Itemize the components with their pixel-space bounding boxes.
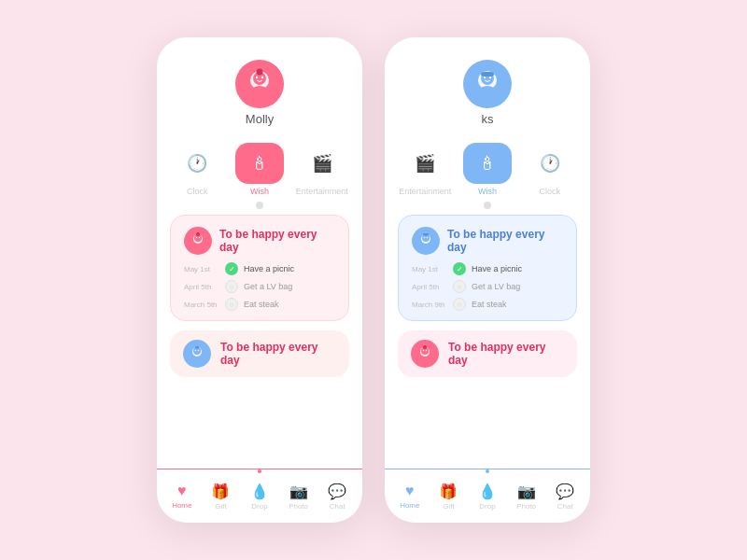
wish-item-3-ks: March 9th ○ Eat steak xyxy=(412,298,563,311)
clock-icon-ks: 🕐 xyxy=(540,153,560,174)
svg-point-9 xyxy=(196,237,197,238)
nav-dot-molly xyxy=(258,469,261,473)
main-wish-card-molly[interactable]: To be happy every day May 1st ✓ Have a p… xyxy=(170,215,349,321)
wish-text-3-ks: Eat steak xyxy=(472,300,507,309)
svg-point-21 xyxy=(484,77,486,78)
category-tabs-ks: 🎬 Entertainment 🕯 Wish 🕐 Clock xyxy=(385,143,590,202)
svg-point-4 xyxy=(261,77,263,78)
phone-ks-inner: ks 🎬 Entertainment 🕯 Wish xyxy=(385,37,590,523)
nav-photo-ks[interactable]: 📷 Photo xyxy=(507,483,546,511)
wish-card-title-molly: To be happy every day xyxy=(219,228,335,254)
wish-item-2-molly: April 5th ○ Get a LV bag xyxy=(184,280,335,293)
wish-item-1-ks: May 1st ✓ Have a picnic xyxy=(412,262,563,275)
nav-home-ks[interactable]: ♥ Home xyxy=(390,483,430,510)
wish-card-title-ks: To be happy every day xyxy=(447,228,563,254)
nav-drop-ks[interactable]: 💧 Drop xyxy=(468,483,507,511)
cat-entertainment-label-ks: Entertainment xyxy=(399,187,451,196)
wish-text-2: Get a LV bag xyxy=(244,282,292,291)
svg-rect-17 xyxy=(195,346,199,349)
mini-card-molly[interactable]: To be happy every day xyxy=(170,330,349,377)
ks-name: ks xyxy=(482,112,494,126)
nav-home-label-ks: Home xyxy=(400,501,419,510)
home-icon-molly: ♥ xyxy=(177,483,187,499)
nav-home-label-molly: Home xyxy=(172,501,191,510)
nav-chat-label-ks: Chat xyxy=(557,502,573,511)
svg-point-2 xyxy=(251,86,268,97)
phone-molly: Molly 🕐 Clock 🕯 Wish xyxy=(157,37,362,523)
svg-point-34 xyxy=(426,350,427,351)
svg-point-35 xyxy=(423,345,427,349)
wish-card-avatar-molly xyxy=(184,227,212,255)
photo-icon-ks: 📷 xyxy=(517,483,536,500)
cat-entertainment-molly[interactable]: 🎬 Entertainment xyxy=(290,143,353,196)
cat-entertainment-ks[interactable]: 🎬 Entertainment xyxy=(394,143,457,196)
cards-area-ks: To be happy every day May 1st ✓ Have a p… xyxy=(385,215,590,469)
drop-icon-molly: 💧 xyxy=(250,483,269,500)
wish-text-3: Eat steak xyxy=(244,300,279,309)
gift-icon-molly: 🎁 xyxy=(211,483,230,500)
wish-items-molly: May 1st ✓ Have a picnic April 5th ○ Get … xyxy=(184,262,335,311)
nav-gift-molly[interactable]: 🎁 Gift xyxy=(202,483,241,511)
nav-photo-label-molly: Photo xyxy=(289,502,308,511)
nav-gift-label-molly: Gift xyxy=(215,502,226,511)
bottom-nav-ks: ♥ Home 🎁 Gift 💧 Drop 📷 Photo 💬 Cha xyxy=(385,469,590,523)
svg-point-27 xyxy=(424,237,425,238)
svg-rect-29 xyxy=(423,233,429,236)
svg-rect-23 xyxy=(481,72,494,77)
main-wish-card-ks[interactable]: To be happy every day May 1st ✓ Have a p… xyxy=(398,215,577,321)
cat-clock-molly[interactable]: 🕐 Clock xyxy=(166,143,229,196)
mini-card-ks[interactable]: To be happy every day xyxy=(398,330,577,377)
cat-wish-molly[interactable]: 🕯 Wish xyxy=(229,143,291,196)
wish-check-1: ✓ xyxy=(225,262,238,275)
bottom-nav-molly: ♥ Home 🎁 Gift 💧 Drop 📷 Photo 💬 Cha xyxy=(157,469,362,523)
nav-chat-ks[interactable]: 💬 Chat xyxy=(545,483,585,511)
wish-date-3-ks: March 9th xyxy=(412,301,447,309)
svg-point-33 xyxy=(423,350,424,351)
entertainment-icon-molly: 🎬 xyxy=(312,153,332,174)
wish-check-2-ks: ○ xyxy=(453,280,466,293)
wish-date-3: March 5th xyxy=(184,301,219,309)
svg-point-32 xyxy=(420,357,430,362)
cat-wish-label-ks: Wish xyxy=(478,187,497,196)
wish-check-2: ○ xyxy=(225,280,238,293)
svg-point-8 xyxy=(193,244,203,249)
svg-point-11 xyxy=(196,232,200,236)
svg-point-16 xyxy=(198,350,199,351)
svg-point-15 xyxy=(195,350,196,351)
nav-gift-ks[interactable]: 🎁 Gift xyxy=(430,483,469,511)
nav-gift-label-ks: Gift xyxy=(443,502,454,511)
wish-text-1: Have a picnic xyxy=(244,264,294,273)
molly-avatar xyxy=(235,60,284,108)
nav-drop-molly[interactable]: 💧 Drop xyxy=(240,483,279,511)
svg-point-28 xyxy=(427,237,428,238)
category-tabs-molly: 🕐 Clock 🕯 Wish 🎬 Entertainment xyxy=(157,143,362,202)
phones-container: Molly 🕐 Clock 🕯 Wish xyxy=(157,37,590,523)
wish-items-ks: May 1st ✓ Have a picnic April 5th ○ Get … xyxy=(412,262,563,311)
nav-chat-molly[interactable]: 💬 Chat xyxy=(317,483,357,511)
phone-ks: ks 🎬 Entertainment 🕯 Wish xyxy=(385,37,590,523)
molly-name: Molly xyxy=(246,112,274,126)
wish-text-1-ks: Have a picnic xyxy=(472,264,522,273)
wish-item-1-molly: May 1st ✓ Have a picnic xyxy=(184,262,335,275)
gift-icon-ks: 🎁 xyxy=(439,483,458,500)
mini-card-title-molly: To be happy every day xyxy=(220,341,336,367)
svg-point-22 xyxy=(489,77,491,78)
wish-card-header-molly: To be happy every day xyxy=(184,227,335,255)
nav-photo-molly[interactable]: 📷 Photo xyxy=(279,483,318,511)
wish-card-header-ks: To be happy every day xyxy=(412,227,563,255)
cat-clock-label-ks: Clock xyxy=(539,187,560,196)
cat-wish-ks[interactable]: 🕯 Wish xyxy=(457,143,519,196)
wish-date-2: April 5th xyxy=(184,283,219,291)
wish-check-1-ks: ✓ xyxy=(453,262,466,275)
avatar-section-ks: ks xyxy=(385,37,590,143)
scroll-dot-molly xyxy=(256,202,263,209)
nav-home-molly[interactable]: ♥ Home xyxy=(162,483,202,510)
cat-clock-ks[interactable]: 🕐 Clock xyxy=(518,143,581,196)
nav-chat-label-molly: Chat xyxy=(330,502,345,511)
wish-item-2-ks: April 5th ○ Get a LV bag xyxy=(412,280,563,293)
svg-point-10 xyxy=(199,237,200,238)
cat-wish-label-molly: Wish xyxy=(250,187,269,196)
nav-drop-label-ks: Drop xyxy=(479,502,495,511)
wish-check-3-ks: ○ xyxy=(453,298,466,311)
chat-icon-ks: 💬 xyxy=(556,483,574,500)
